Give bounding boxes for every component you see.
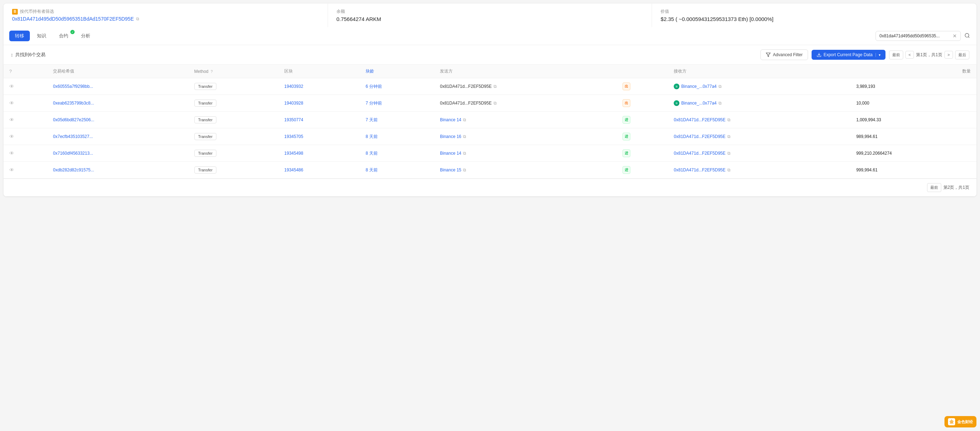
block-link[interactable]: 19403932 <box>284 84 303 89</box>
eye-icon[interactable]: 👁 <box>9 134 14 139</box>
copy-sender-icon[interactable]: ⧉ <box>493 84 497 89</box>
tx-hash-link[interactable]: 0x7ecfb435103527... <box>53 134 93 139</box>
tx-hash-link[interactable]: 0x60555a7f9298bb... <box>53 84 93 89</box>
export-dropdown-icon[interactable]: ▾ <box>875 53 880 57</box>
hash-cell: 0x7ecfb435103527... <box>47 128 188 145</box>
age-cell: 7 分钟前 <box>360 95 434 112</box>
amount-text: 989,994.61 <box>856 134 878 139</box>
direction-badge: 进 <box>622 149 630 157</box>
bottom-first-page-button[interactable]: 最前 <box>927 183 941 192</box>
th-block: 区块 <box>278 65 360 78</box>
tab-knowledge[interactable]: 知识 <box>31 30 52 41</box>
block-link[interactable]: 19345486 <box>284 168 303 172</box>
eye-icon[interactable]: 👁 <box>9 117 14 123</box>
export-button[interactable]: Export Current Page Data ▾ <box>811 50 886 60</box>
copy-sender-icon[interactable]: ⧉ <box>463 134 466 139</box>
receiver-link[interactable]: 0x81DA471d...F2EF5D95E <box>674 134 725 139</box>
block-link[interactable]: 19345705 <box>284 134 303 139</box>
tx-hash-link[interactable]: 0xdb282d82c91575... <box>53 168 94 172</box>
amount-cell: 1,009,994.33 <box>851 112 977 128</box>
table-row: 👁 0x60555a7f9298bb... Transfer 19403932 … <box>3 78 977 95</box>
hash-cell: 0x60555a7f9298bb... <box>47 78 188 95</box>
copy-receiver-icon[interactable]: ⧉ <box>719 101 722 105</box>
block-cell: 19403928 <box>278 95 360 112</box>
tab-transfer[interactable]: 转移 <box>9 30 30 41</box>
tx-hash-link[interactable]: 0xeab6235799b3c8... <box>53 101 94 105</box>
method-badge: Transfer <box>194 133 217 140</box>
receiver-link[interactable]: Binance_...0x77a4 <box>681 101 716 105</box>
direction-cell: 出 <box>617 78 668 95</box>
eye-icon[interactable]: 👁 <box>9 100 14 106</box>
copy-receiver-icon[interactable]: ⧉ <box>727 117 730 122</box>
tx-hash-link[interactable]: 0x05d6bd827e2506... <box>53 117 94 122</box>
receiver-cell: 0x81DA471d...F2EF5D95E ⧉ <box>668 128 850 145</box>
tab-analysis[interactable]: 分析 <box>75 30 96 41</box>
next-page-button[interactable]: > <box>945 51 953 59</box>
toolbar-right: Advanced Filter Export Current Page Data… <box>760 49 969 60</box>
search-input[interactable] <box>880 34 950 38</box>
age-text: 8 天前 <box>366 168 378 172</box>
search-button[interactable] <box>964 32 971 40</box>
sender-link[interactable]: Binance 15 <box>440 168 461 172</box>
table-row: 👁 0x7ecfb435103527... Transfer 19345705 … <box>3 128 977 145</box>
block-link[interactable]: 19350774 <box>284 117 303 122</box>
tab-contract[interactable]: 合约 ✓ <box>53 30 74 41</box>
direction-badge: 出 <box>622 83 630 90</box>
block-link[interactable]: 19345498 <box>284 151 303 156</box>
eye-icon[interactable]: 👁 <box>9 167 14 173</box>
direction-badge: 进 <box>622 116 630 124</box>
receiver-link[interactable]: 0x81DA471d...F2EF5D95E <box>674 168 725 172</box>
receiver-address-container: B Binance_...0x77a4 ⧉ <box>674 100 845 106</box>
table-header-row: ? 交易哈希值 Method ? 区块 块龄 发送方 接收方 数量 <box>3 65 977 78</box>
first-page-button[interactable]: 最前 <box>889 51 903 59</box>
prev-page-button[interactable]: < <box>905 51 914 59</box>
th-age: 块龄 <box>360 65 434 78</box>
amount-cell: 999,210.20664274 <box>851 145 977 162</box>
table-row: 👁 0x7160df45633213... Transfer 19345498 … <box>3 145 977 162</box>
block-cell: 19350774 <box>278 112 360 128</box>
method-cell: Transfer <box>189 145 279 162</box>
clear-search-button[interactable]: ✕ <box>953 33 957 39</box>
method-cell: Transfer <box>189 162 279 179</box>
sender-link[interactable]: Binance 14 <box>440 117 461 122</box>
receiver-link[interactable]: Binance_...0x77a4 <box>681 84 716 89</box>
copy-receiver-icon[interactable]: ⧉ <box>727 168 730 172</box>
receiver-address-container: 0x81DA471d...F2EF5D95E ⧉ <box>674 151 845 156</box>
sender-link[interactable]: Binance 16 <box>440 134 461 139</box>
address-section: B 按代币持有者筛选 0x81DA471d495dD50d5965351BdAd… <box>3 3 328 27</box>
tabs-right-section: ✕ <box>875 31 971 41</box>
value-label: 价值 <box>660 8 968 14</box>
advanced-filter-button[interactable]: Advanced Filter <box>760 49 808 60</box>
method-cell: Transfer <box>189 78 279 95</box>
copy-receiver-icon[interactable]: ⧉ <box>727 151 730 156</box>
copy-sender-icon[interactable]: ⧉ <box>463 168 466 172</box>
sender-address-container: Binance 14 ⧉ <box>440 151 611 156</box>
copy-sender-icon[interactable]: ⧉ <box>463 151 466 156</box>
tx-hash-link[interactable]: 0x7160df45633213... <box>53 151 93 156</box>
method-badge: Transfer <box>194 100 217 107</box>
eye-cell: 👁 <box>3 78 47 95</box>
copy-receiver-icon[interactable]: ⧉ <box>719 84 722 89</box>
copy-sender-icon[interactable]: ⧉ <box>493 101 497 105</box>
method-cell: Transfer <box>189 95 279 112</box>
last-page-button[interactable]: 最后 <box>955 51 969 59</box>
eye-icon[interactable]: 👁 <box>9 150 14 156</box>
hash-cell: 0xeab6235799b3c8... <box>47 95 188 112</box>
method-cell: Transfer <box>189 112 279 128</box>
help-icon: ? <box>9 69 12 74</box>
eye-cell: 👁 <box>3 112 47 128</box>
direction-cell: 进 <box>617 145 668 162</box>
block-link[interactable]: 19403928 <box>284 101 303 105</box>
address-value[interactable]: 0x81DA471d495dD50d5965351BdAd1570F2EF5D9… <box>12 16 319 22</box>
sender-cell: Binance 15 ⧉ <box>434 162 617 179</box>
copy-sender-icon[interactable]: ⧉ <box>463 117 466 122</box>
copy-address-icon[interactable]: ⧉ <box>136 16 139 21</box>
eye-icon[interactable]: 👁 <box>9 83 14 89</box>
method-badge: Transfer <box>194 83 217 90</box>
sender-link[interactable]: Binance 14 <box>440 151 461 156</box>
receiver-link[interactable]: 0x81DA471d...F2EF5D95E <box>674 117 725 122</box>
copy-receiver-icon[interactable]: ⧉ <box>727 134 730 139</box>
receiver-address-container: B Binance_...0x77a4 ⧉ <box>674 83 845 89</box>
eye-cell: 👁 <box>3 95 47 112</box>
receiver-link[interactable]: 0x81DA471d...F2EF5D95E <box>674 151 725 156</box>
